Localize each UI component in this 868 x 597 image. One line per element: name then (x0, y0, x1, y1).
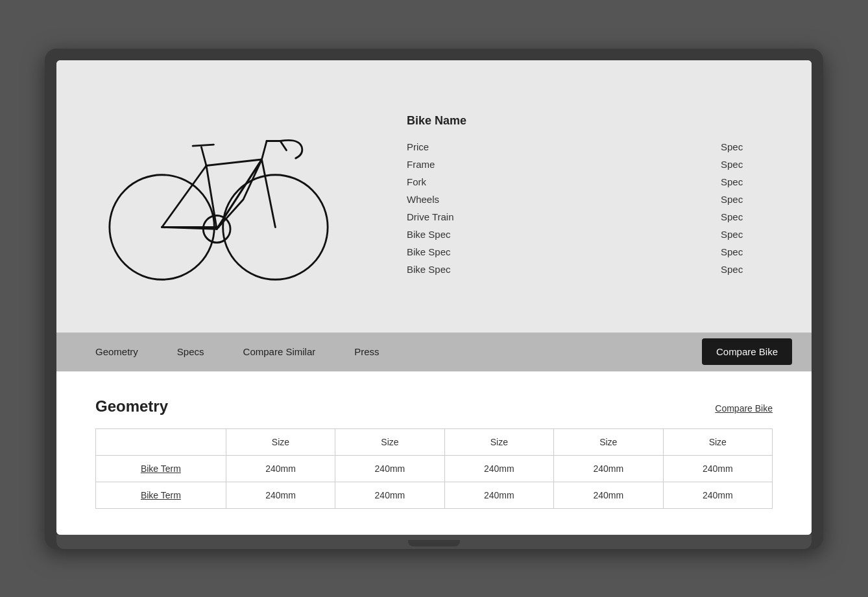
table-header-size-5: Size (663, 428, 772, 455)
bike-image-container (82, 106, 355, 287)
spec-label: Drive Train (407, 211, 721, 222)
nav-item-specs[interactable]: Specs (158, 333, 224, 371)
nav-item-geometry[interactable]: Geometry (76, 333, 158, 371)
spec-row: PriceSpec (407, 138, 773, 156)
spec-label: Bike Spec (407, 229, 721, 240)
spec-row: FrameSpec (407, 156, 773, 173)
spec-row: Bike SpecSpec (407, 261, 773, 278)
table-header-size-4: Size (554, 428, 663, 455)
measurement-cell: 240mm (444, 455, 553, 482)
table-row: Bike Term240mm240mm240mm240mm240mm (96, 482, 773, 508)
svg-line-12 (201, 147, 206, 166)
spec-row: Drive TrainSpec (407, 208, 773, 226)
bike-term-cell[interactable]: Bike Term (96, 482, 226, 508)
svg-line-5 (206, 159, 262, 166)
spec-value: Spec (721, 264, 773, 275)
spec-value: Spec (721, 229, 773, 240)
table-row: Bike Term240mm240mm240mm240mm240mm (96, 455, 773, 482)
nav-item-compare-similar[interactable]: Compare Similar (224, 333, 335, 371)
spec-label: Bike Spec (407, 264, 721, 275)
table-header-size-3: Size (444, 428, 553, 455)
measurement-cell: 240mm (226, 455, 335, 482)
spec-value: Spec (721, 194, 773, 205)
spec-label: Price (407, 141, 721, 152)
measurement-cell: 240mm (554, 482, 663, 508)
geometry-header: Geometry Compare Bike (95, 397, 773, 416)
spec-label: Frame (407, 159, 721, 170)
measurement-cell: 240mm (663, 482, 772, 508)
table-header-row: Size Size Size Size Size (96, 428, 773, 455)
spec-row: Bike SpecSpec (407, 243, 773, 261)
spec-label: Wheels (407, 194, 721, 205)
bike-term-cell[interactable]: Bike Term (96, 455, 226, 482)
table-header-size-2: Size (335, 428, 444, 455)
svg-line-9 (262, 141, 267, 159)
spec-value: Spec (721, 211, 773, 222)
svg-line-8 (262, 159, 276, 228)
laptop-outer: Bike Name PriceSpecFrameSpecForkSpecWhee… (45, 49, 823, 549)
table-header-size-1: Size (226, 428, 335, 455)
laptop-base (56, 535, 812, 549)
laptop-notch (408, 540, 460, 546)
svg-marker-15 (217, 159, 261, 229)
top-section: Bike Name PriceSpecFrameSpecForkSpecWhee… (56, 60, 812, 333)
nav-item-press[interactable]: Press (335, 333, 398, 371)
laptop-screen: Bike Name PriceSpecFrameSpecForkSpecWhee… (56, 60, 812, 535)
measurement-cell: 240mm (335, 455, 444, 482)
bike-illustration (95, 106, 342, 287)
measurement-cell: 240mm (663, 455, 772, 482)
table-header-empty (96, 428, 226, 455)
spec-label: Fork (407, 176, 721, 187)
nav-bar: Geometry Specs Compare Similar Press Com… (56, 333, 812, 371)
spec-label: Bike Spec (407, 246, 721, 257)
spec-value: Spec (721, 246, 773, 257)
spec-row: WheelsSpec (407, 191, 773, 208)
svg-line-13 (193, 145, 213, 146)
bike-name: Bike Name (407, 114, 773, 128)
spec-value: Spec (721, 159, 773, 170)
spec-row: ForkSpec (407, 173, 773, 191)
compare-bike-button[interactable]: Compare Bike (702, 338, 792, 365)
spec-value: Spec (721, 176, 773, 187)
geometry-title: Geometry (95, 397, 168, 416)
geometry-compare-link[interactable]: Compare Bike (715, 403, 773, 414)
measurement-cell: 240mm (335, 482, 444, 508)
spec-value: Spec (721, 141, 773, 152)
bottom-section: Geometry Compare Bike Size Size Size Siz… (56, 371, 812, 535)
spec-table: PriceSpecFrameSpecForkSpecWheelsSpecDriv… (407, 138, 773, 278)
measurement-cell: 240mm (554, 455, 663, 482)
geometry-table: Size Size Size Size Size Bike Term240mm2… (95, 428, 773, 509)
measurement-cell: 240mm (444, 482, 553, 508)
specs-container: Bike Name PriceSpecFrameSpecForkSpecWhee… (381, 114, 773, 278)
spec-row: Bike SpecSpec (407, 226, 773, 243)
svg-line-11 (280, 141, 287, 150)
measurement-cell: 240mm (226, 482, 335, 508)
